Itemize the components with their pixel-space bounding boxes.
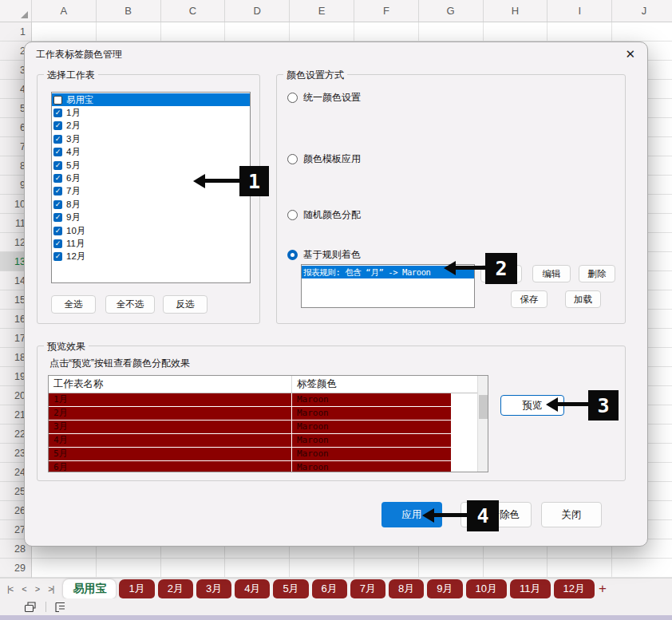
- preview-table-header: 工作表名称 标签颜色: [49, 376, 488, 393]
- vba-macro-icon[interactable]: [24, 601, 38, 613]
- sheet-list-item[interactable]: ✓11月: [52, 237, 250, 250]
- document-outline-icon[interactable]: [53, 602, 66, 613]
- invert-selection-button[interactable]: 反选: [163, 295, 208, 314]
- close-button[interactable]: 关闭: [541, 502, 602, 527]
- radio-icon[interactable]: [287, 210, 298, 220]
- sheet-list-item[interactable]: ✓5月: [52, 159, 250, 172]
- column-header-sheet-name: 工作表名称: [49, 376, 292, 393]
- column-header-F[interactable]: F: [354, 0, 419, 22]
- row-header-1[interactable]: 1: [0, 22, 31, 41]
- color-mode-option-label: 随机颜色分配: [303, 208, 361, 222]
- sheet-nav-buttons: |<<>>|: [0, 584, 63, 594]
- last-sheet-icon[interactable]: >|: [48, 584, 53, 594]
- sheet-list-item[interactable]: ✓3月: [52, 132, 250, 145]
- select-all-corner[interactable]: [0, 0, 32, 22]
- preview-table-row[interactable]: 6月Maroon: [49, 461, 488, 472]
- sheet-tab-5月[interactable]: 5月: [273, 579, 308, 598]
- checkbox-checked-icon[interactable]: ✓: [53, 213, 62, 222]
- preview-table-body: 1月Maroon2月Maroon3月Maroon4月Maroon5月Maroon…: [49, 393, 488, 472]
- sheet-list-item[interactable]: 易用宝: [52, 93, 250, 106]
- sheet-tab-2月[interactable]: 2月: [158, 579, 193, 598]
- column-header-C[interactable]: C: [161, 0, 226, 22]
- preview-table-row[interactable]: 3月Maroon: [49, 421, 488, 433]
- checkbox-checked-icon[interactable]: ✓: [53, 121, 62, 130]
- preview-table-row[interactable]: 1月Maroon: [49, 393, 488, 406]
- checkbox-checked-icon[interactable]: ✓: [53, 200, 62, 209]
- column-header-A[interactable]: A: [32, 0, 97, 22]
- checkbox-checked-icon[interactable]: ✓: [53, 135, 62, 144]
- column-header-H[interactable]: H: [484, 0, 548, 22]
- preview-table-row[interactable]: 5月Maroon: [49, 448, 488, 460]
- color-mode-option[interactable]: 颜色模板应用: [287, 152, 361, 166]
- close-icon[interactable]: ✕: [625, 47, 635, 61]
- sheet-checkbox-list[interactable]: 易用宝✓1月✓2月✓3月✓4月✓5月✓6月✓7月✓8月✓9月✓10月✓11月✓1…: [51, 92, 251, 283]
- save-rules-button[interactable]: 保存: [511, 290, 547, 308]
- delete-rule-button[interactable]: 删除: [579, 265, 615, 282]
- sheet-tab-7月[interactable]: 7月: [350, 579, 385, 598]
- color-mode-option-label: 统一颜色设置: [303, 91, 361, 105]
- sheet-list-item[interactable]: ✓12月: [52, 251, 250, 263]
- sheet-tab-4月[interactable]: 4月: [235, 579, 270, 598]
- sheet-tab-10月[interactable]: 10月: [466, 579, 507, 598]
- sheet-tab-易用宝[interactable]: 易用宝: [63, 579, 116, 598]
- sheet-list-item-label: 8月: [66, 199, 81, 211]
- column-header-J[interactable]: J: [612, 0, 672, 22]
- sheet-list-item[interactable]: ✓9月: [52, 211, 250, 224]
- select-none-button[interactable]: 全不选: [105, 295, 155, 314]
- preview-table-row[interactable]: 2月Maroon: [49, 407, 488, 420]
- checkbox-checked-icon[interactable]: ✓: [53, 161, 62, 170]
- edit-rule-button[interactable]: 编辑: [532, 265, 571, 282]
- checkbox-checked-icon[interactable]: ✓: [53, 174, 62, 183]
- checkbox-checked-icon[interactable]: ✓: [53, 148, 62, 156]
- sheet-list-item[interactable]: ✓10月: [52, 224, 250, 237]
- sheet-tab-12月[interactable]: 12月: [554, 579, 595, 598]
- preview-sheet-name: 4月: [49, 434, 292, 447]
- sheet-list-item[interactable]: ✓1月: [52, 106, 250, 119]
- color-mode-option[interactable]: 基于规则着色: [287, 248, 361, 262]
- window-bottom-strip: [0, 615, 672, 620]
- sheet-list-item-label: 11月: [66, 238, 85, 250]
- radio-icon[interactable]: [287, 154, 298, 164]
- sheet-tab-1月[interactable]: 1月: [119, 579, 154, 598]
- preview-tab-color: Maroon: [292, 461, 329, 472]
- sheet-list-item[interactable]: ✓8月: [52, 198, 250, 211]
- sheet-tab-11月[interactable]: 11月: [510, 579, 551, 598]
- sheet-list-item[interactable]: ✓7月: [52, 185, 250, 198]
- sheet-tab-9月[interactable]: 9月: [427, 579, 462, 598]
- preview-table-row[interactable]: 4月Maroon: [49, 434, 488, 447]
- first-sheet-icon[interactable]: |<: [7, 584, 13, 594]
- preview-table: 工作表名称 标签颜色 1月Maroon2月Maroon3月Maroon4月Mar…: [48, 375, 488, 472]
- checkbox-checked-icon[interactable]: ✓: [53, 239, 62, 248]
- row-header-29[interactable]: 29: [0, 559, 31, 578]
- preview-scrollbar-thumb[interactable]: [479, 395, 488, 419]
- radio-icon[interactable]: [287, 93, 298, 103]
- sheet-tab-8月[interactable]: 8月: [389, 579, 424, 598]
- sheet-list-item[interactable]: ✓2月: [52, 120, 250, 132]
- preview-scrollbar[interactable]: [477, 376, 488, 472]
- column-header-D[interactable]: D: [225, 0, 290, 22]
- color-mode-option[interactable]: 统一颜色设置: [287, 91, 361, 105]
- select-all-button[interactable]: 全选: [51, 295, 96, 314]
- column-header-I[interactable]: I: [547, 0, 612, 22]
- preview-sheet-name: 3月: [49, 421, 292, 433]
- checkbox-checked-icon[interactable]: ✓: [53, 252, 62, 261]
- preview-tab-color: Maroon: [292, 407, 329, 420]
- checkbox-checked-icon[interactable]: ✓: [53, 109, 62, 117]
- checkbox-checked-icon[interactable]: ✓: [53, 227, 62, 235]
- sheet-list-item[interactable]: ✓4月: [52, 146, 250, 159]
- radio-selected-icon[interactable]: [287, 250, 298, 260]
- checkbox-unchecked-icon[interactable]: [53, 96, 62, 105]
- sheet-tab-6月[interactable]: 6月: [312, 579, 347, 598]
- load-rules-button[interactable]: 加载: [565, 290, 601, 308]
- sheet-tab-3月[interactable]: 3月: [196, 579, 231, 598]
- callout-arrow-shaft-2: [455, 266, 485, 270]
- column-header-G[interactable]: G: [419, 0, 484, 22]
- column-header-E[interactable]: E: [290, 0, 354, 22]
- next-sheet-icon[interactable]: >: [35, 584, 39, 594]
- column-header-B[interactable]: B: [97, 0, 161, 22]
- checkbox-checked-icon[interactable]: ✓: [53, 187, 62, 195]
- prev-sheet-icon[interactable]: <: [22, 584, 26, 594]
- color-mode-option[interactable]: 随机颜色分配: [287, 208, 361, 222]
- preview-sheet-name: 5月: [49, 448, 292, 460]
- add-sheet-button[interactable]: +: [599, 581, 607, 597]
